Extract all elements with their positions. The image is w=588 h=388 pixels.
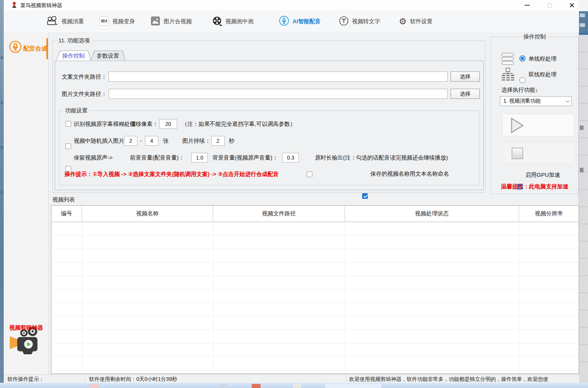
app-logo [9,327,43,364]
unit-sheets-label: 张 [163,137,169,145]
original-duration-label: 原时长输出(注：勾选的话配音读完视频还会继续播放) [315,154,448,161]
save-name-label: 保存的视频名称用文本名称命名 [370,170,449,178]
group-title: 11. 功能选项 [57,37,92,44]
close-button[interactable] [566,1,578,9]
range-dash: - [140,137,142,144]
col-header-resolution[interactable]: 视频分辨率 [519,206,579,222]
desktop-edge-left [0,0,4,383]
insert-min-input[interactable]: 2 [124,136,137,146]
status-welcome: 欢迎使用视频剪辑神器，软件功能非常多，功能都是独立分明的，操作简单，欢迎您使 [349,376,579,383]
insert-max-input[interactable]: 4 [145,136,158,146]
nav-item-image-to-video[interactable]: 图片合视频 [151,16,192,27]
minimize-button[interactable] [521,1,533,9]
microphone-icon [279,16,289,27]
dual-thread-radio[interactable] [519,77,525,83]
table-body [51,222,579,373]
table-header-row: 编号 视频名称 视频文件路径 视频处理状态 视频分辨率 [51,206,579,222]
operation-hint: 操作提示：①导入视频 -> ②选择文案文件夹(随机调用文案) -> ③点击开始进… [64,171,279,178]
dual-thread-label: 双线程处理 [528,71,557,78]
screen: 菜鸟视频剪辑神器 视频消重 视频 [0,0,588,388]
video-list-title: 视频列表 [52,196,75,203]
single-thread-radio[interactable] [519,55,525,61]
window-title: 菜鸟视频剪辑神器 [20,2,62,9]
stop-icon [512,148,523,159]
original-duration-checkbox[interactable] [307,172,312,177]
maximize-button[interactable] [544,1,555,9]
film-reel-icon [212,16,222,27]
movie-camera-icon [47,16,58,27]
taskbar-sliver [0,383,588,388]
offset-pixels-label: 偏移像素： [130,121,158,128]
foreground-volume-label: 前景音量(配音音量)： [130,154,184,161]
nav-item-video-transform[interactable]: 视频变身 [99,16,135,27]
script-folder-input[interactable] [109,72,448,82]
background-window-edge [579,0,588,383]
blur-subtitle-label: 识别视频原字幕模糊处理 [74,121,136,128]
save-name-checkbox[interactable] [362,193,368,199]
random-insert-image-label: 视频中随机插入图片 [74,137,124,145]
status-bar: 软件操作提示： 软件使用剩余时间：0天0小时1分39秒 欢迎使用视频剪辑神器，软… [4,375,579,383]
background-volume-input[interactable]: 0.3 [282,153,299,163]
video-list-table[interactable]: 编号 视频名称 视频文件路径 视频处理状态 视频分辨率 [51,205,579,374]
sidebar: 配音合成 视频剪辑神器 [4,32,49,375]
col-header-index[interactable]: 编号 [51,206,82,222]
gear-icon: ⚙ [399,17,407,26]
keep-original-audio-label: 保留视频原声-> [74,154,113,161]
script-folder-pick-button[interactable]: 选择 [451,72,480,82]
feature-settings-group: 功能设置 识别视频原字幕模糊处理 偏移像素： 20 （注：如果不能完全遮挡字幕,… [59,110,479,185]
offset-note: （注：如果不能完全遮挡字幕,可以调高参数） [182,121,295,128]
control-panel-title: 操作控制 [522,33,548,40]
image-duration-label: 图片持续： [182,137,210,145]
offset-pixels-input[interactable]: 20 [159,119,177,129]
col-header-status[interactable]: 视频处理状态 [345,206,519,222]
app-icon [11,2,17,8]
camcorder-icon [99,16,109,27]
single-thread-label: 单线程处理 [528,55,557,63]
tab-panel: 文案文件夹路径： 选择 图片文件夹路径： 选择 功能设置 识别视频原字幕模糊处理… [55,61,484,190]
image-folder-pick-button[interactable]: 选择 [451,89,480,99]
status-left-label: 软件操作提示： [7,376,44,383]
nav-item-video-dedupe[interactable]: 视频消重 [47,16,84,27]
stop-button[interactable] [502,142,575,164]
status-remaining-time: 软件使用剩余时间：0天0小时1分39秒 [89,376,177,383]
tab-operation-control[interactable]: 操作控制 [56,51,91,61]
tab-parameter-settings[interactable]: 参数设置 [90,51,125,61]
letter-t-icon [339,16,349,27]
operation-control-panel: 操作控制 单线程处理 双线程处理 选择执行功能↓ [491,37,579,194]
dual-thread-icon [501,68,515,82]
chevron-down-icon [566,98,570,103]
col-header-path[interactable]: 视频文件路径 [213,206,345,222]
gpu-tip: 温馨提示：此电脑支持加速 [501,183,569,190]
sidebar-item-label: 配音合成 [23,45,47,53]
unit-seconds-label: 秒 [229,137,234,145]
background-volume-label: 背景音量(视频原声音量)： [212,154,278,161]
nav-item-video-pip[interactable]: 视频画中画 [212,16,254,27]
select-function-label: 选择执行功能↓ [501,87,538,94]
nav-item-video-to-text[interactable]: 视频转文字 [339,16,380,27]
active-indicator [46,38,48,59]
play-icon [511,118,524,135]
image-duration-input[interactable]: 2 [211,136,225,146]
col-header-name[interactable]: 视频名称 [82,206,213,222]
sidebar-item-dubbing[interactable]: 配音合成 [4,37,49,61]
random-insert-image-checkbox[interactable] [66,143,71,149]
image-folder-label: 图片文件夹路径： [62,91,107,98]
function-options-group: 11. 功能选项 查看使用说明 操作控制 参数设置 文案文件夹路径： 选择 图片… [52,40,485,193]
picture-icon [151,16,160,27]
app-window: 菜鸟视频剪辑神器 视频消重 视频 [4,0,579,383]
blur-subtitle-checkbox[interactable] [66,121,71,127]
gpu-accel-label: 启用GPU加速 [525,172,560,179]
nav-item-ai-dubbing[interactable]: AI智能配音 [279,16,321,27]
nav-item-settings[interactable]: ⚙ 软件设置 [399,16,433,27]
single-thread-icon [501,53,515,66]
image-folder-input[interactable] [109,89,448,99]
start-button[interactable] [502,114,575,136]
function-select[interactable]: 1. 视频消重功能 [500,96,572,106]
function-select-value: 1. 视频消重功能 [503,98,541,104]
logo-label: 视频剪辑神器 [4,324,49,331]
foreground-volume-input[interactable]: 1.0 [191,153,208,163]
title-bar: 菜鸟视频剪辑神器 [4,0,579,10]
microphone-icon [9,40,22,55]
nav-bar: 视频消重 视频变身 图片合视频 [4,10,579,32]
script-folder-label: 文案文件夹路径： [62,73,107,81]
